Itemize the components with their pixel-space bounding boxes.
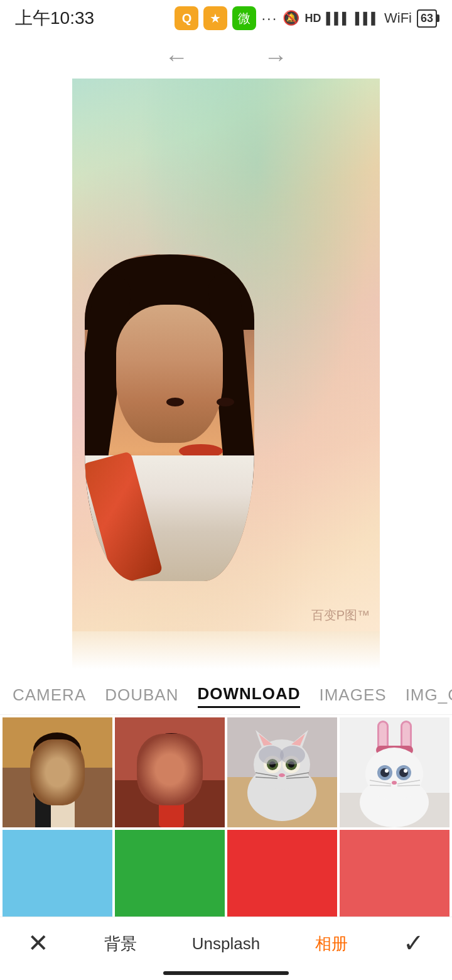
back-arrow[interactable]: ← xyxy=(164,44,188,71)
confirm-button[interactable]: ✓ xyxy=(403,928,424,957)
clothing-accent xyxy=(85,451,163,581)
svg-point-12 xyxy=(160,766,168,771)
image-grid xyxy=(0,715,452,942)
svg-point-2 xyxy=(35,735,79,788)
svg-rect-4 xyxy=(33,749,43,799)
main-image-container: 百变P图™ xyxy=(72,79,380,669)
unsplash-label: Unsplash xyxy=(192,934,260,954)
mute-icon: 🔕 xyxy=(282,10,299,26)
status-time: 上午10:33 xyxy=(15,6,94,30)
list-item[interactable] xyxy=(340,717,449,827)
svg-point-3 xyxy=(33,732,81,768)
svg-rect-9 xyxy=(115,717,225,780)
wifi-icon: WiFi xyxy=(384,10,412,26)
girl1-svg xyxy=(3,717,112,827)
status-bar: 上午10:33 Q ★ 微 ··· 🔕 HD ▌▌▌ ▌▌▌ WiFi 63 xyxy=(0,0,452,34)
svg-point-13 xyxy=(175,766,183,771)
tab-images[interactable]: IMAGES xyxy=(319,683,386,707)
album-label: 相册 xyxy=(315,933,348,955)
qzone-icon: ★ xyxy=(203,6,227,30)
eye-left xyxy=(166,398,184,406)
main-image: 百变P图™ xyxy=(72,79,380,631)
svg-rect-14 xyxy=(159,796,184,827)
girl2-svg xyxy=(115,717,225,827)
more-apps-icon: ··· xyxy=(261,9,277,27)
forward-arrow[interactable]: → xyxy=(264,44,288,71)
svg-point-51 xyxy=(392,781,397,785)
svg-point-49 xyxy=(385,769,389,773)
svg-point-50 xyxy=(404,769,407,773)
home-indicator xyxy=(163,971,289,975)
svg-point-29 xyxy=(279,773,285,777)
clothing xyxy=(85,455,254,581)
svg-line-55 xyxy=(397,785,420,786)
battery-icon: 63 xyxy=(417,9,437,28)
nav-arrows: ← → xyxy=(0,34,452,79)
tab-camera[interactable]: CAMERA xyxy=(13,683,86,707)
qq-icon: Q xyxy=(175,6,198,30)
svg-rect-5 xyxy=(72,752,80,796)
list-item[interactable] xyxy=(115,717,225,827)
svg-point-11 xyxy=(145,733,198,771)
watermark: 百变P图™ xyxy=(311,607,370,624)
svg-point-10 xyxy=(146,734,196,795)
unsplash-button[interactable]: Unsplash xyxy=(192,933,260,954)
list-item[interactable] xyxy=(3,717,112,827)
bottom-toolbar: ✕ 背景 Unsplash 相册 ✓ xyxy=(0,917,452,980)
photo-girl1 xyxy=(3,717,112,827)
svg-line-53 xyxy=(370,785,391,786)
album-button[interactable]: 相册 xyxy=(315,932,348,955)
svg-point-35 xyxy=(280,746,305,765)
check-icon: ✓ xyxy=(403,928,424,957)
svg-point-44 xyxy=(365,748,423,800)
person-body xyxy=(85,254,254,581)
svg-rect-1 xyxy=(3,717,112,768)
close-button[interactable]: ✕ xyxy=(28,928,49,957)
person-figure xyxy=(85,254,254,581)
svg-rect-7 xyxy=(35,783,51,827)
cat2-svg xyxy=(340,717,449,827)
close-icon: ✕ xyxy=(28,928,49,957)
wechat-icon: 微 xyxy=(232,6,256,30)
category-tabs: CAMERA DOUBAN DOWNLOAD IMAGES IMG_CACHE xyxy=(0,669,452,715)
signal3-icon: ▌▌▌ xyxy=(355,12,379,25)
tab-douban[interactable]: DOUBAN xyxy=(105,683,178,707)
background-label: 背景 xyxy=(104,933,137,955)
background-button[interactable]: 背景 xyxy=(104,932,137,955)
status-icons: Q ★ 微 ··· 🔕 HD ▌▌▌ ▌▌▌ WiFi 63 xyxy=(175,6,437,30)
signal2-icon: ▌▌▌ xyxy=(326,12,350,25)
photo-cat1 xyxy=(227,717,337,827)
photo-cat2 xyxy=(340,717,449,827)
tab-download[interactable]: DOWNLOAD xyxy=(198,682,301,708)
face-skin xyxy=(116,305,223,443)
tab-img-cache[interactable]: IMG_CACHE xyxy=(406,683,452,707)
image-bottom-fade xyxy=(72,631,380,669)
eye-right xyxy=(217,398,234,406)
list-item[interactable] xyxy=(227,717,337,827)
cat1-svg xyxy=(227,717,337,827)
photo-girl2 xyxy=(115,717,225,827)
signal1-icon: HD xyxy=(304,12,321,25)
